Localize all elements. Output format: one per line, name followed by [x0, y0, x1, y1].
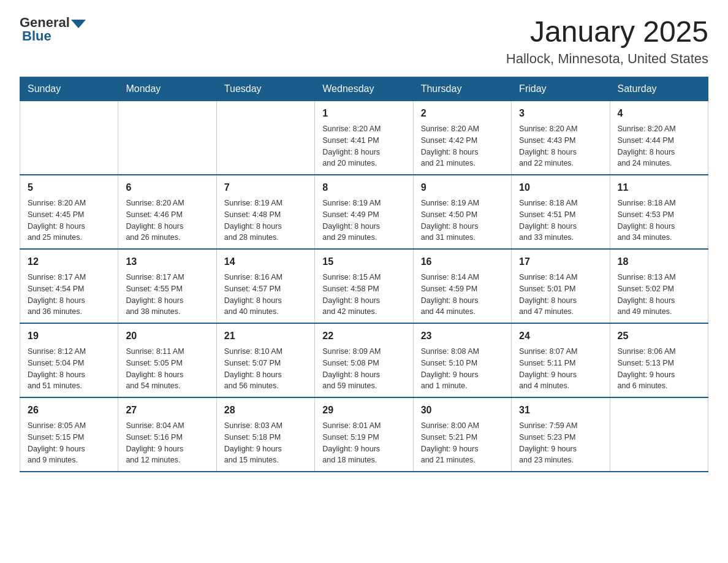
day-info: Sunrise: 8:20 AMSunset: 4:43 PMDaylight:…: [519, 123, 602, 169]
day-number: 28: [224, 403, 307, 418]
day-number: 17: [519, 255, 602, 269]
calendar-cell: 28Sunrise: 8:03 AMSunset: 5:18 PMDayligh…: [216, 397, 314, 472]
logo: General Blue: [20, 15, 86, 44]
day-number: 19: [28, 329, 110, 343]
day-number: 5: [28, 180, 110, 195]
calendar-cell: 22Sunrise: 8:09 AMSunset: 5:08 PMDayligh…: [315, 323, 413, 397]
weekday-header-monday: Monday: [118, 77, 216, 101]
calendar-cell: 25Sunrise: 8:06 AMSunset: 5:13 PMDayligh…: [610, 323, 708, 397]
day-number: 11: [618, 180, 700, 195]
day-info: Sunrise: 8:03 AMSunset: 5:18 PMDaylight:…: [224, 420, 307, 466]
weekday-header-wednesday: Wednesday: [315, 77, 413, 101]
day-number: 13: [126, 255, 208, 269]
calendar-cell: 23Sunrise: 8:08 AMSunset: 5:10 PMDayligh…: [413, 323, 511, 397]
day-info: Sunrise: 8:08 AMSunset: 5:10 PMDaylight:…: [421, 346, 504, 392]
day-info: Sunrise: 7:59 AMSunset: 5:23 PMDaylight:…: [519, 420, 602, 466]
day-number: 1: [322, 106, 405, 121]
calendar-cell: 5Sunrise: 8:20 AMSunset: 4:45 PMDaylight…: [20, 175, 118, 249]
calendar-cell: [118, 101, 216, 175]
day-info: Sunrise: 8:19 AMSunset: 4:48 PMDaylight:…: [224, 197, 307, 243]
day-number: 31: [519, 403, 602, 418]
day-info: Sunrise: 8:12 AMSunset: 5:04 PMDaylight:…: [28, 346, 110, 392]
title-section: January 2025 Hallock, Minnesota, United …: [506, 15, 708, 67]
day-number: 4: [618, 106, 700, 121]
logo-blue-text: Blue: [22, 28, 51, 44]
day-number: 10: [519, 180, 602, 195]
calendar-cell: 26Sunrise: 8:05 AMSunset: 5:15 PMDayligh…: [20, 397, 118, 472]
day-number: 3: [519, 106, 602, 121]
day-info: Sunrise: 8:20 AMSunset: 4:42 PMDaylight:…: [421, 123, 504, 169]
day-info: Sunrise: 8:15 AMSunset: 4:58 PMDaylight:…: [322, 272, 405, 318]
calendar-cell: 27Sunrise: 8:04 AMSunset: 5:16 PMDayligh…: [118, 397, 216, 472]
calendar-cell: 12Sunrise: 8:17 AMSunset: 4:54 PMDayligh…: [20, 249, 118, 323]
calendar-cell: 17Sunrise: 8:14 AMSunset: 5:01 PMDayligh…: [512, 249, 610, 323]
weekday-header-thursday: Thursday: [413, 77, 511, 101]
calendar-cell: 3Sunrise: 8:20 AMSunset: 4:43 PMDaylight…: [512, 101, 610, 175]
day-number: 30: [421, 403, 504, 418]
day-number: 15: [322, 255, 405, 269]
calendar-week-row: 12Sunrise: 8:17 AMSunset: 4:54 PMDayligh…: [20, 249, 708, 323]
day-number: 27: [126, 403, 208, 418]
day-info: Sunrise: 8:14 AMSunset: 4:59 PMDaylight:…: [421, 272, 504, 318]
day-info: Sunrise: 8:06 AMSunset: 5:13 PMDaylight:…: [618, 346, 700, 392]
calendar-cell: 8Sunrise: 8:19 AMSunset: 4:49 PMDaylight…: [315, 175, 413, 249]
calendar-cell: 13Sunrise: 8:17 AMSunset: 4:55 PMDayligh…: [118, 249, 216, 323]
day-number: 24: [519, 329, 602, 343]
day-info: Sunrise: 8:17 AMSunset: 4:54 PMDaylight:…: [28, 272, 110, 318]
calendar-cell: [20, 101, 118, 175]
calendar-cell: 10Sunrise: 8:18 AMSunset: 4:51 PMDayligh…: [512, 175, 610, 249]
calendar-week-row: 1Sunrise: 8:20 AMSunset: 4:41 PMDaylight…: [20, 101, 708, 175]
day-number: 29: [322, 403, 405, 418]
calendar-week-row: 5Sunrise: 8:20 AMSunset: 4:45 PMDaylight…: [20, 175, 708, 249]
day-info: Sunrise: 8:16 AMSunset: 4:57 PMDaylight:…: [224, 272, 307, 318]
calendar-cell: 11Sunrise: 8:18 AMSunset: 4:53 PMDayligh…: [610, 175, 708, 249]
calendar-cell: [610, 397, 708, 472]
calendar-cell: 24Sunrise: 8:07 AMSunset: 5:11 PMDayligh…: [512, 323, 610, 397]
calendar-table: SundayMondayTuesdayWednesdayThursdayFrid…: [20, 77, 708, 472]
calendar-cell: 4Sunrise: 8:20 AMSunset: 4:44 PMDaylight…: [610, 101, 708, 175]
day-number: 26: [28, 403, 110, 418]
day-number: 20: [126, 329, 208, 343]
calendar-subtitle: Hallock, Minnesota, United States: [506, 51, 708, 67]
day-info: Sunrise: 8:10 AMSunset: 5:07 PMDaylight:…: [224, 346, 307, 392]
day-number: 23: [421, 329, 504, 343]
day-info: Sunrise: 8:05 AMSunset: 5:15 PMDaylight:…: [28, 420, 110, 466]
calendar-cell: 31Sunrise: 7:59 AMSunset: 5:23 PMDayligh…: [512, 397, 610, 472]
day-info: Sunrise: 8:20 AMSunset: 4:46 PMDaylight:…: [126, 197, 208, 243]
day-number: 7: [224, 180, 307, 195]
calendar-week-row: 26Sunrise: 8:05 AMSunset: 5:15 PMDayligh…: [20, 397, 708, 472]
weekday-header-saturday: Saturday: [610, 77, 708, 101]
day-number: 16: [421, 255, 504, 269]
day-info: Sunrise: 8:20 AMSunset: 4:44 PMDaylight:…: [618, 123, 700, 169]
weekday-header-friday: Friday: [512, 77, 610, 101]
weekday-header-row: SundayMondayTuesdayWednesdayThursdayFrid…: [20, 77, 708, 101]
calendar-week-row: 19Sunrise: 8:12 AMSunset: 5:04 PMDayligh…: [20, 323, 708, 397]
day-number: 14: [224, 255, 307, 269]
day-info: Sunrise: 8:01 AMSunset: 5:19 PMDaylight:…: [322, 420, 405, 466]
calendar-cell: 18Sunrise: 8:13 AMSunset: 5:02 PMDayligh…: [610, 249, 708, 323]
day-number: 8: [322, 180, 405, 195]
calendar-cell: 15Sunrise: 8:15 AMSunset: 4:58 PMDayligh…: [315, 249, 413, 323]
day-info: Sunrise: 8:13 AMSunset: 5:02 PMDaylight:…: [618, 272, 700, 318]
day-info: Sunrise: 8:14 AMSunset: 5:01 PMDaylight:…: [519, 272, 602, 318]
day-info: Sunrise: 8:17 AMSunset: 4:55 PMDaylight:…: [126, 272, 208, 318]
weekday-header-tuesday: Tuesday: [216, 77, 314, 101]
day-info: Sunrise: 8:19 AMSunset: 4:49 PMDaylight:…: [322, 197, 405, 243]
day-number: 22: [322, 329, 405, 343]
calendar-cell: 19Sunrise: 8:12 AMSunset: 5:04 PMDayligh…: [20, 323, 118, 397]
day-info: Sunrise: 8:11 AMSunset: 5:05 PMDaylight:…: [126, 346, 208, 392]
calendar-title: January 2025: [506, 15, 708, 48]
calendar-cell: 9Sunrise: 8:19 AMSunset: 4:50 PMDaylight…: [413, 175, 511, 249]
day-number: 2: [421, 106, 504, 121]
day-info: Sunrise: 8:20 AMSunset: 4:41 PMDaylight:…: [322, 123, 405, 169]
day-info: Sunrise: 8:20 AMSunset: 4:45 PMDaylight:…: [28, 197, 110, 243]
day-info: Sunrise: 8:04 AMSunset: 5:16 PMDaylight:…: [126, 420, 208, 466]
logo-arrow-icon: [71, 20, 86, 28]
day-number: 12: [28, 255, 110, 269]
day-info: Sunrise: 8:00 AMSunset: 5:21 PMDaylight:…: [421, 420, 504, 466]
day-number: 25: [618, 329, 700, 343]
day-number: 18: [618, 255, 700, 269]
calendar-cell: 6Sunrise: 8:20 AMSunset: 4:46 PMDaylight…: [118, 175, 216, 249]
calendar-cell: 29Sunrise: 8:01 AMSunset: 5:19 PMDayligh…: [315, 397, 413, 472]
calendar-cell: 14Sunrise: 8:16 AMSunset: 4:57 PMDayligh…: [216, 249, 314, 323]
